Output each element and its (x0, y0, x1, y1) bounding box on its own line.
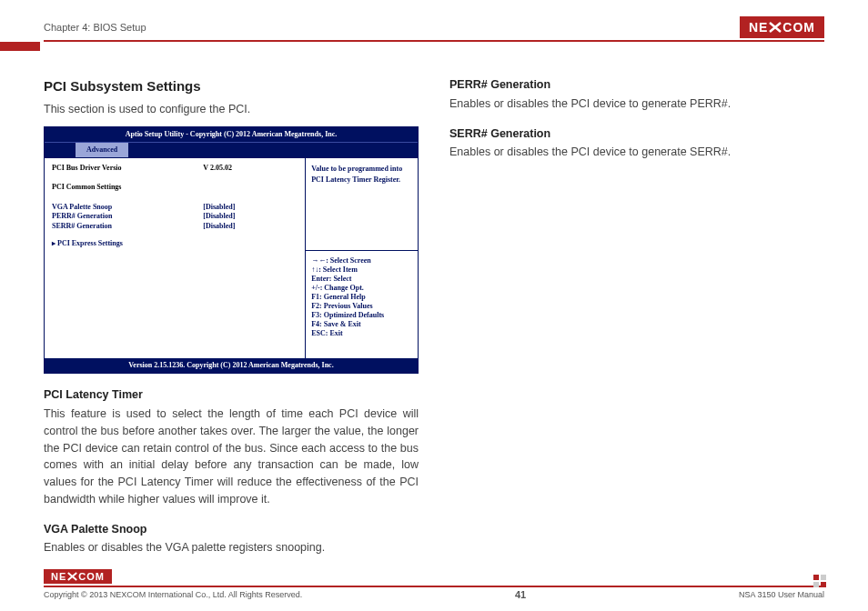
bios-item-express[interactable]: PCI Express Settings (57, 239, 298, 249)
desc-latency-heading: PCI Latency Timer (44, 386, 419, 404)
desc-latency-text: This feature is used to select the lengt… (44, 406, 419, 508)
bios-footer-bar: Version 2.15.1236. Copyright (C) 2012 Am… (45, 358, 418, 373)
bios-driver-version: V 2.05.02 (203, 164, 298, 174)
bios-item-vga-val: [Disabled] (203, 203, 298, 213)
bios-item-serr-val: [Disabled] (203, 222, 298, 232)
desc-vga-heading: VGA Palette Snoop (44, 521, 419, 538)
bios-help-text: Value to be programmed into PCI Latency … (306, 158, 418, 251)
bios-options-panel: PCI Bus Driver Versio V 2.05.02 PCI Comm… (45, 158, 306, 358)
red-corner-tab (0, 42, 40, 51)
page-number: 41 (515, 589, 526, 600)
footer-decoration-icon (813, 575, 826, 587)
footer-copyright: Copyright © 2013 NEXCOM International Co… (44, 590, 302, 599)
section-intro: This section is used to configure the PC… (44, 101, 419, 118)
desc-perr-heading: PERR# Generation (449, 76, 824, 94)
bios-key-5: F1: General Help (311, 293, 412, 302)
desc-vga-text: Enables or disables the VGA palette regi… (44, 539, 419, 556)
bios-key-2: ↑↓: Select Item (311, 265, 412, 275)
bios-screenshot: Aptio Setup Utility - Copyright (C) 2012… (44, 126, 419, 374)
bios-driver-label: PCI Bus Driver Versio (52, 164, 203, 174)
header-divider (44, 40, 824, 42)
submenu-marker-icon: ▸ (52, 239, 56, 249)
bios-common-header: PCI Common Settings (52, 183, 298, 193)
bios-tab-advanced[interactable]: Advanced (76, 143, 128, 157)
bios-key-6: F2: Previous Values (311, 302, 412, 311)
bios-item-latency[interactable]: PCI Latency Timer (52, 193, 203, 203)
bios-item-perr[interactable]: PERR# Generation (52, 212, 203, 222)
footer-divider (44, 586, 824, 587)
bios-key-legend: →←: Select Screen ↑↓: Select Item Enter:… (306, 251, 418, 358)
bios-item-vga[interactable]: VGA Palette Snoop (52, 203, 203, 213)
bios-key-8: F4: Save & Exit (311, 320, 412, 329)
bios-item-latency-val: [32 PCI Bus Clocks] (203, 193, 298, 203)
bios-tab-row: Advanced (45, 142, 418, 157)
desc-serr-heading: SERR# Generation (449, 125, 824, 143)
bios-item-perr-val: [Disabled] (203, 212, 298, 222)
footer-brand-logo: NECOM (44, 569, 112, 584)
bios-key-4: +/-: Change Opt. (311, 284, 412, 293)
brand-logo: NECOM (740, 16, 824, 38)
section-title: PCI Subsystem Settings (44, 76, 419, 97)
bios-item-serr[interactable]: SERR# Generation (52, 222, 203, 232)
footer-manual-name: NSA 3150 User Manual (739, 590, 824, 599)
desc-perr-text: Enables or disables the PCI device to ge… (449, 95, 824, 113)
chapter-label: Chapter 4: BIOS Setup (44, 22, 146, 33)
bios-key-1: →←: Select Screen (311, 256, 412, 265)
bios-title-bar: Aptio Setup Utility - Copyright (C) 2012… (45, 127, 418, 142)
bios-key-7: F3: Optimized Defaults (311, 311, 412, 320)
desc-serr-text: Enables or disables the PCI device to ge… (449, 144, 824, 161)
bios-key-9: ESC: Exit (311, 329, 412, 338)
bios-key-3: Enter: Select (311, 275, 412, 284)
